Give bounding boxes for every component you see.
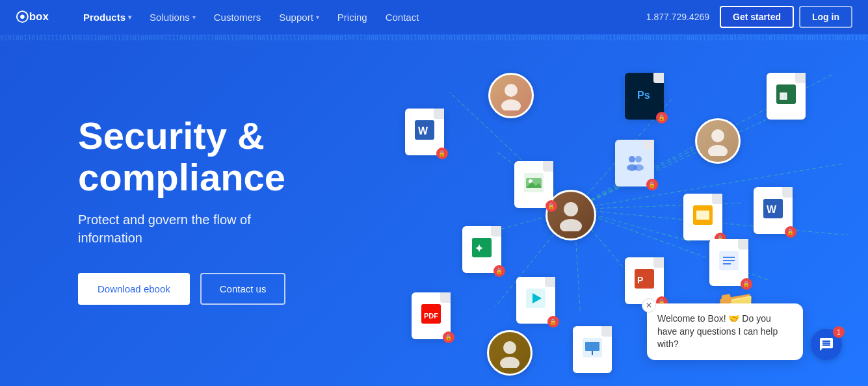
svg-point-25: [503, 341, 516, 354]
svg-rect-50: [693, 205, 713, 225]
person-node-3: [695, 118, 741, 164]
svg-line-11: [573, 209, 691, 242]
svg-rect-41: [776, 84, 796, 104]
svg-point-26: [500, 357, 519, 368]
nav-item-customers[interactable]: Customers: [206, 8, 269, 27]
nav-item-solutions[interactable]: Solutions ▾: [142, 8, 204, 27]
svg-text:P: P: [637, 275, 643, 285]
image-file-node: 🔒: [514, 161, 553, 208]
svg-point-20: [501, 99, 521, 110]
svg-rect-37: [526, 289, 546, 308]
svg-rect-58: [583, 338, 602, 357]
chat-message: Welcome to Box! 🤝 Do you have any questi…: [657, 313, 778, 349]
svg-rect-39: [635, 84, 654, 104]
login-button[interactable]: Log in: [799, 6, 852, 28]
svg-rect-52: [763, 199, 783, 218]
svg-point-24: [708, 145, 728, 156]
svg-point-22: [560, 219, 582, 231]
svg-line-5: [502, 209, 574, 229]
nav-item-products[interactable]: Products ▾: [75, 8, 139, 27]
svg-point-35: [529, 179, 533, 183]
phone-number: 1.877.729.4269: [646, 12, 709, 22]
person-node-4: [487, 330, 533, 376]
svg-line-3: [449, 92, 573, 209]
svg-rect-29: [472, 238, 492, 257]
svg-point-23: [711, 129, 724, 142]
word-file-node-2: W 🔒: [754, 187, 793, 234]
svg-text:Ps: Ps: [637, 90, 650, 101]
presentation-file-node: [573, 326, 612, 373]
svg-line-17: [573, 164, 841, 209]
sheets-file-node: ✦ 🔒: [462, 226, 501, 273]
hero-text: Security &compliance Protect and govern …: [0, 115, 434, 305]
svg-rect-43: [625, 151, 644, 171]
nav-actions: Get started Log in: [720, 6, 852, 28]
people-file-node: 🔒: [615, 140, 654, 187]
hero-buttons: Download ebook Contact us: [78, 273, 434, 305]
svg-point-46: [627, 164, 637, 171]
svg-point-19: [505, 84, 518, 97]
hero-section: 01010001 00001101 10100010 01100001 0010…: [0, 0, 868, 386]
chevron-down-icon: ▾: [128, 14, 131, 21]
svg-text:PDF: PDF: [424, 312, 438, 320]
svg-marker-36: [526, 182, 542, 188]
download-ebook-button[interactable]: Download ebook: [78, 273, 190, 305]
hero-title: Security &compliance: [78, 115, 434, 198]
nav-item-support[interactable]: Support ▾: [271, 8, 327, 27]
person-node-2: [546, 190, 596, 240]
get-started-button[interactable]: Get started: [720, 6, 794, 28]
person-node-1: [488, 73, 534, 118]
doc-file-node: 🔒: [709, 239, 748, 286]
logo[interactable]: box: [16, 7, 49, 27]
svg-line-9: [573, 99, 672, 209]
svg-line-14: [573, 209, 770, 281]
svg-line-16: [573, 73, 835, 209]
svg-line-6: [495, 209, 574, 307]
chat-bubble: ✕ Welcome to Box! 🤝 Do you have any ques…: [647, 303, 803, 360]
svg-rect-33: [524, 173, 544, 192]
chat-avatar-button[interactable]: 1: [811, 329, 842, 360]
svg-line-15: [573, 112, 783, 209]
svg-line-7: [573, 209, 580, 313]
svg-line-4: [495, 151, 574, 209]
svg-rect-59: [585, 342, 599, 351]
svg-point-47: [633, 164, 644, 171]
svg-text:W: W: [767, 204, 777, 215]
svg-rect-51: [696, 211, 709, 220]
svg-line-18: [573, 209, 848, 235]
svg-rect-48: [635, 269, 654, 289]
chevron-down-icon: ▾: [316, 14, 319, 21]
chevron-down-icon: ▾: [192, 14, 196, 21]
chat-close-button[interactable]: ✕: [642, 298, 656, 313]
navbar: box Products ▾ Solutions ▾ Customers Sup…: [0, 0, 868, 34]
video-file-node: 🔒: [516, 277, 555, 324]
svg-rect-31: [421, 304, 441, 324]
svg-point-1: [20, 14, 25, 19]
svg-point-21: [564, 202, 578, 216]
excel-file-node: ▦: [767, 73, 806, 120]
slides-file-node: 🔒: [683, 194, 722, 240]
svg-marker-38: [533, 293, 542, 303]
hero-subtitle: Protect and govern the flow ofinformatio…: [78, 211, 434, 247]
svg-rect-54: [719, 251, 739, 270]
svg-point-44: [629, 156, 635, 162]
svg-rect-34: [526, 178, 542, 188]
photoshop-file-node: Ps 🔒: [625, 73, 664, 120]
svg-text:▦: ▦: [779, 90, 787, 101]
contact-us-button[interactable]: Contact us: [200, 273, 286, 305]
nav-item-pricing[interactable]: Pricing: [330, 8, 375, 27]
nav-item-contact[interactable]: Contact: [378, 8, 427, 27]
svg-text:✦: ✦: [475, 243, 484, 254]
svg-text:box: box: [29, 10, 49, 23]
chat-notification-badge: 1: [833, 326, 845, 338]
svg-line-10: [573, 138, 717, 209]
svg-line-8: [573, 164, 652, 209]
svg-line-12: [573, 209, 646, 294]
nav-links: Products ▾ Solutions ▾ Customers Support…: [75, 8, 646, 27]
ppt-file-node: P 🔒: [625, 257, 664, 304]
svg-point-45: [635, 156, 642, 162]
svg-line-13: [573, 203, 744, 209]
